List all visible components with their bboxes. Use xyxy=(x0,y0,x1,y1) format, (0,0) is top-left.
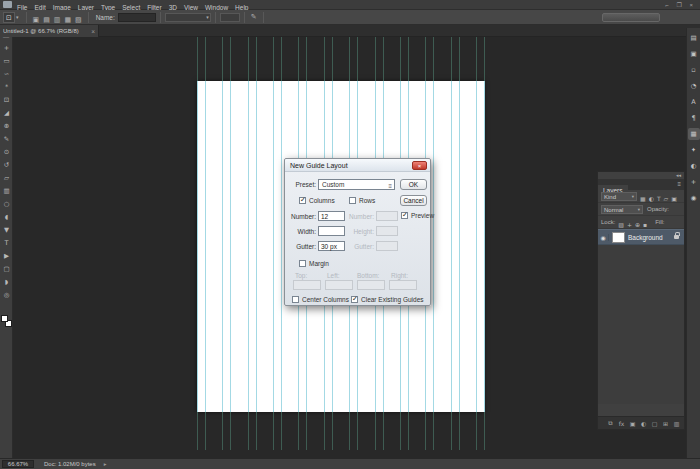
color-swatches xyxy=(1,315,13,329)
number-input[interactable]: 12 xyxy=(318,211,345,221)
foreground-color-swatch[interactable] xyxy=(1,315,8,322)
guide-line xyxy=(433,412,434,450)
opacity-label[interactable]: Opacity: xyxy=(647,206,669,212)
size-dropdown[interactable] xyxy=(165,13,211,22)
styles-panel-icon[interactable]: ✦ xyxy=(688,144,700,156)
marquee-tool-icon[interactable]: ▭ xyxy=(0,55,13,68)
crop-tool-icon[interactable]: ⊡ xyxy=(0,94,13,107)
blur-tool-icon[interactable]: ○ xyxy=(0,198,13,211)
options-icon-0[interactable]: ▣ xyxy=(33,16,40,24)
window-controls[interactable]: ⌐ ❐ × xyxy=(665,1,696,8)
type-tool-icon[interactable]: T xyxy=(0,237,13,250)
guide-line xyxy=(230,412,231,450)
color-panel-icon[interactable]: ◔ xyxy=(688,80,700,92)
kind-filter-dropdown[interactable]: Kind▾ xyxy=(601,192,637,201)
move-tool-icon[interactable]: + xyxy=(0,42,13,55)
adjustments-panel-icon[interactable]: ◐ xyxy=(688,160,700,172)
app-logo-icon xyxy=(3,1,12,8)
clear-existing-guides-checkbox[interactable] xyxy=(351,296,358,303)
layer-thumbnail[interactable] xyxy=(612,232,625,243)
tool-preset-caret-icon[interactable]: ▾ xyxy=(16,14,19,20)
rows-checkbox[interactable] xyxy=(349,197,356,204)
lock-position-icon[interactable]: ⊕ xyxy=(635,221,640,228)
panel-collapse-icon[interactable]: ◂◂ xyxy=(598,172,684,179)
options-icon-2[interactable]: ▥ xyxy=(54,16,61,24)
properties-panel-icon[interactable]: ▣ xyxy=(688,48,700,60)
tab-close-icon[interactable]: × xyxy=(91,28,95,35)
tool-preset-icon[interactable]: ⊡ xyxy=(3,12,15,23)
cancel-button[interactable]: Cancel xyxy=(400,195,427,206)
panel-menu-icon[interactable]: ≡ xyxy=(677,181,681,187)
path-selection-tool-icon[interactable]: ▶ xyxy=(0,250,13,263)
gradient-tool-icon[interactable]: ▥ xyxy=(0,185,13,198)
ok-button[interactable]: OK xyxy=(400,179,427,190)
pen-tool-icon[interactable]: ▼ xyxy=(0,224,13,237)
quick-selection-tool-icon[interactable]: * xyxy=(0,81,13,94)
history-panel-icon[interactable]: ▤ xyxy=(688,32,700,44)
filter-smart-icon[interactable]: ▣ xyxy=(671,195,677,202)
lock-transparency-icon[interactable]: ▨ xyxy=(618,221,624,228)
delete-icon[interactable]: ▥ xyxy=(671,420,682,427)
divider xyxy=(215,12,216,23)
dialog-close-icon[interactable]: × xyxy=(412,161,427,170)
center-columns-label: Center Columns xyxy=(302,296,349,303)
options-icon-3[interactable]: ▦ xyxy=(64,16,71,24)
lasso-tool-icon[interactable]: ∽ xyxy=(0,68,13,81)
gutter-input[interactable]: 30 px xyxy=(318,241,345,251)
center-columns-checkbox[interactable] xyxy=(292,296,299,303)
add-mask-icon[interactable]: ▣ xyxy=(627,420,638,427)
group-icon[interactable]: ▢ xyxy=(649,420,660,427)
rows-gutter-input xyxy=(376,241,398,251)
navigator-panel-icon[interactable]: ◉ xyxy=(688,192,700,204)
margin-checkbox[interactable] xyxy=(299,260,306,267)
guide-line xyxy=(248,37,249,81)
eyedropper-tool-icon[interactable]: ◢ xyxy=(0,107,13,120)
lock-pixels-icon[interactable]: + xyxy=(627,221,632,228)
paragraph-panel-icon[interactable]: ¶ xyxy=(688,112,700,124)
layers-panel: ◂◂ Layers ≡ Kind▾ ▦◐T▱▣ Normal▾ Opacity:… xyxy=(597,171,685,430)
filter-pixel-icon[interactable]: ▦ xyxy=(640,195,646,202)
character-panel-icon[interactable]: A xyxy=(688,96,700,108)
pen-icon[interactable]: ✎ xyxy=(251,13,257,21)
clone-stamp-tool-icon[interactable]: ⊙ xyxy=(0,146,13,159)
actions-panel-icon[interactable]: + xyxy=(688,176,700,188)
layer-row-background[interactable]: ◉ Background xyxy=(598,229,684,245)
preset-dropdown[interactable]: Custom xyxy=(318,179,395,190)
visibility-eye-icon[interactable]: ◉ xyxy=(598,234,609,241)
healing-brush-tool-icon[interactable]: ⊕ xyxy=(0,120,13,133)
filter-shape-icon[interactable]: ▱ xyxy=(664,195,669,202)
workspace-button[interactable] xyxy=(602,13,660,22)
rows-number-input xyxy=(376,211,398,221)
width-input[interactable] xyxy=(220,13,240,22)
history-brush-tool-icon[interactable]: ↺ xyxy=(0,159,13,172)
guide-line xyxy=(357,412,358,450)
status-options-arrow-icon[interactable]: ▸ xyxy=(104,461,107,467)
dodge-tool-icon[interactable]: ◖ xyxy=(0,211,13,224)
hand-tool-icon[interactable]: ◗ xyxy=(0,276,13,289)
document-tab[interactable]: Untitled-1 @ 66.7% (RGB/8) × xyxy=(0,25,99,37)
shape-tool-icon[interactable]: ▢ xyxy=(0,263,13,276)
guide-line xyxy=(281,37,282,81)
name-input[interactable] xyxy=(118,13,156,22)
preview-checkbox[interactable] xyxy=(401,212,408,219)
brush-tool-icon[interactable]: ✎ xyxy=(0,133,13,146)
width-input[interactable] xyxy=(318,226,345,236)
options-icon-4[interactable]: ▧ xyxy=(75,16,82,24)
options-icon-1[interactable]: ▤ xyxy=(43,16,50,24)
lock-all-icon[interactable]: ▪ xyxy=(643,221,647,228)
filter-adjustment-icon[interactable]: ◐ xyxy=(649,195,654,202)
zoom-tool-icon[interactable]: ◎ xyxy=(0,289,13,302)
adjustment-icon[interactable]: ◐ xyxy=(638,420,649,427)
blend-mode-dropdown[interactable]: Normal▾ xyxy=(601,205,643,214)
swatches-panel-icon[interactable]: ▦ xyxy=(688,128,700,140)
dialog-title[interactable]: New Guide Layout xyxy=(285,159,430,172)
zoom-level-field[interactable]: 66.67% xyxy=(2,460,34,468)
filter-type-icon[interactable]: T xyxy=(657,195,661,202)
fx-icon[interactable]: fx xyxy=(616,420,627,427)
new-layer-icon[interactable]: ⊞ xyxy=(660,420,671,427)
fill-label[interactable]: Fill: xyxy=(655,219,664,225)
columns-checkbox[interactable] xyxy=(299,197,306,204)
link-icon[interactable]: ⧉ xyxy=(605,419,616,427)
info-panel-icon[interactable]: ▫ xyxy=(688,64,700,76)
eraser-tool-icon[interactable]: ▱ xyxy=(0,172,13,185)
